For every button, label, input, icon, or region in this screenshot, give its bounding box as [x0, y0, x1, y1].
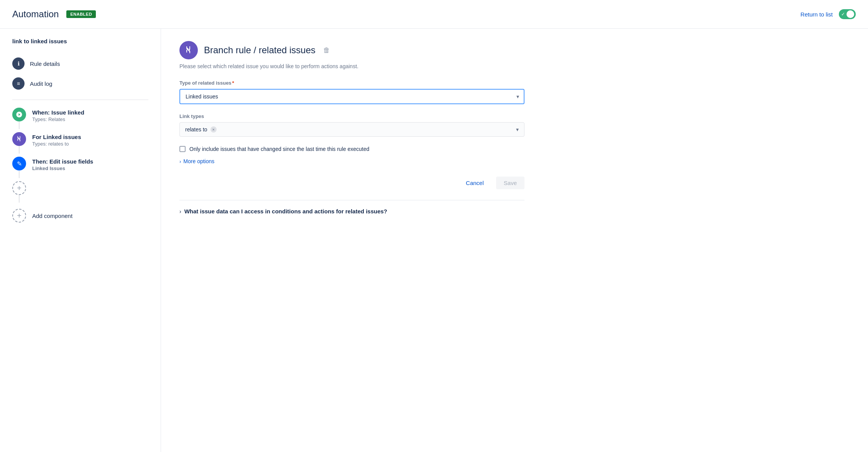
plus-icon[interactable]: + [12, 181, 26, 195]
v-line-1 [19, 121, 20, 129]
type-select-wrapper: Linked issues Sub-tasks Epic children [179, 89, 524, 104]
trigger-connector [12, 108, 26, 129]
add-component-item[interactable]: + Add component [12, 204, 148, 227]
save-button[interactable]: Save [496, 177, 524, 189]
add-component-label: Add component [32, 213, 72, 219]
link-types-label: Link types [179, 113, 524, 119]
main-content: Branch rule / related issues 🗑 Please se… [161, 29, 868, 452]
trigger-icon [12, 108, 26, 121]
trigger-text: When: Issue linked Types: Relates [32, 108, 84, 122]
trigger-secondary: Types: Relates [32, 116, 84, 122]
enabled-badge: ENABLED [66, 10, 96, 18]
workflow-action-row[interactable]: ✎ Then: Edit issue fields Linked Issues [12, 155, 148, 180]
audit-log-label: Audit log [30, 80, 52, 87]
faq-item[interactable]: › What issue data can I access in condit… [179, 208, 524, 215]
rule-details-label: Rule details [30, 61, 60, 67]
sidebar: link to linked issues ℹ Rule details ≡ A… [0, 29, 161, 452]
top-bar: Automation ENABLED Return to list [0, 0, 868, 29]
action-icon: ✎ [12, 157, 26, 170]
add-component-icon: + [12, 209, 26, 223]
enabled-toggle[interactable] [839, 9, 856, 19]
faq-text: What issue data can I access in conditio… [184, 208, 387, 215]
top-bar-right: Return to list [801, 9, 856, 19]
main-layout: link to linked issues ℹ Rule details ≡ A… [0, 29, 868, 452]
workflow-section: When: Issue linked Types: Relates For Li… [12, 106, 148, 227]
only-changed-checkbox[interactable] [179, 146, 186, 152]
branch-icon [12, 132, 26, 146]
action-secondary: Linked Issues [32, 165, 93, 171]
link-types-chevron: ▾ [516, 126, 519, 133]
rule-title: Branch rule / related issues [204, 45, 316, 56]
workflow-branch-row[interactable]: For Linked issues Types: relates to [12, 131, 148, 155]
sidebar-item-rule-details[interactable]: ℹ Rule details [12, 54, 148, 74]
link-types-field[interactable]: relates to × ▾ [179, 122, 524, 137]
more-options-row[interactable]: › More options [179, 158, 850, 164]
more-options-label: More options [183, 158, 214, 164]
branch-secondary: Types: relates to [32, 141, 81, 147]
type-select[interactable]: Linked issues Sub-tasks Epic children [179, 89, 524, 104]
rule-header: Branch rule / related issues 🗑 [179, 41, 850, 59]
action-connector: ✎ [12, 157, 26, 178]
rule-description: Please select which related issue you wo… [179, 63, 850, 69]
top-bar-left: Automation ENABLED [12, 9, 96, 20]
plus-connector: + [12, 181, 26, 203]
branch-connector [12, 132, 26, 154]
delete-icon[interactable]: 🗑 [323, 46, 330, 54]
sidebar-item-audit-log[interactable]: ≡ Audit log [12, 74, 148, 93]
sidebar-divider [12, 100, 148, 100]
link-types-form-section: Link types relates to × ▾ [179, 113, 524, 137]
v-line-3 [19, 170, 20, 178]
plus-button-row[interactable]: + [12, 180, 148, 204]
more-options-chevron-icon: › [179, 159, 181, 164]
rule-details-icon: ℹ [12, 57, 25, 70]
faq-section: › What issue data can I access in condit… [179, 200, 524, 215]
action-text: Then: Edit issue fields Linked Issues [32, 157, 93, 171]
branch-primary: For Linked issues [32, 134, 81, 140]
v-line-2 [19, 146, 20, 154]
link-types-tag-text: relates to [185, 126, 207, 133]
faq-chevron-icon: › [179, 208, 181, 215]
link-types-tag-close[interactable]: × [210, 126, 217, 133]
return-to-list-link[interactable]: Return to list [801, 11, 833, 18]
type-label: Type of related issues* [179, 80, 524, 86]
type-form-section: Type of related issues* Linked issues Su… [179, 80, 524, 104]
rule-icon [179, 41, 198, 59]
checkbox-row: Only include issues that have changed si… [179, 146, 850, 152]
required-star: * [232, 80, 234, 86]
sidebar-title: link to linked issues [12, 38, 148, 44]
branch-text: For Linked issues Types: relates to [32, 132, 81, 147]
action-primary: Then: Edit issue fields [32, 158, 93, 165]
audit-log-icon: ≡ [12, 77, 25, 90]
cancel-button[interactable]: Cancel [458, 177, 492, 189]
link-types-value: relates to × [185, 126, 217, 133]
checkbox-label: Only include issues that have changed si… [189, 146, 369, 152]
workflow-trigger-row: When: Issue linked Types: Relates [12, 106, 148, 131]
v-line-4 [19, 195, 20, 203]
toggle-knob [847, 10, 854, 18]
app-title: Automation [12, 9, 59, 20]
form-actions: Cancel Save [179, 174, 524, 189]
trigger-primary: When: Issue linked [32, 109, 84, 116]
